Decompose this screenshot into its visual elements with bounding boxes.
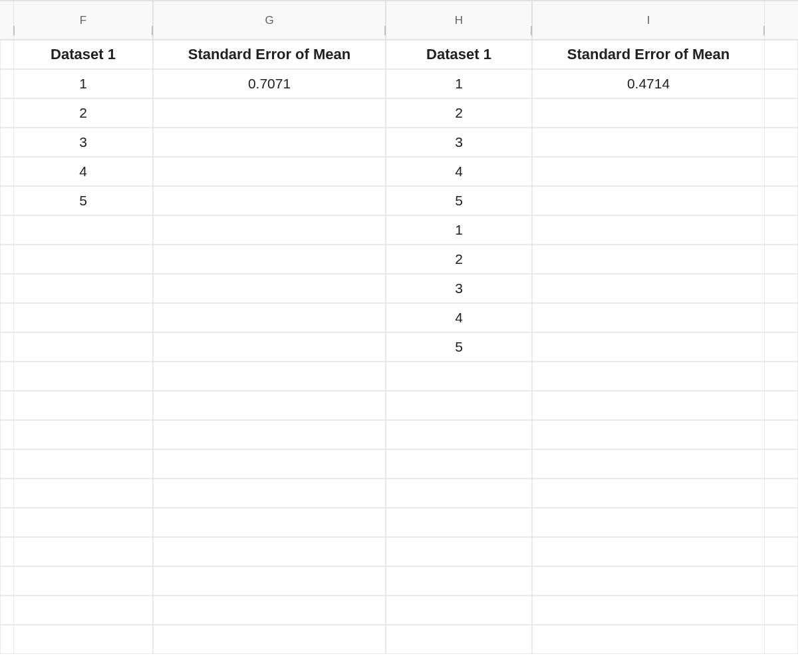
cell-H-20[interactable] <box>386 596 532 625</box>
row-gutter <box>0 186 13 215</box>
column-header-I[interactable]: I <box>532 0 765 40</box>
cell-I-12[interactable] <box>532 362 765 391</box>
cell-F-20[interactable] <box>13 596 153 625</box>
cell-G-5[interactable] <box>153 157 386 186</box>
cell-H-6[interactable]: 5 <box>386 186 532 215</box>
cell-I-5[interactable] <box>532 157 765 186</box>
cell-I-16[interactable] <box>532 479 765 508</box>
row-gutter <box>765 98 798 128</box>
column-header-H[interactable]: H <box>386 0 532 40</box>
column-header-G[interactable]: G <box>153 0 386 40</box>
cell-F-10[interactable] <box>13 303 153 332</box>
column-header-F[interactable]: F <box>13 0 153 40</box>
table-header-G[interactable]: Standard Error of Mean <box>153 40 386 69</box>
cell-F-16[interactable] <box>13 479 153 508</box>
row-gutter <box>765 69 798 98</box>
cell-F-13[interactable] <box>13 391 153 420</box>
cell-H-12[interactable] <box>386 362 532 391</box>
cell-F-7[interactable] <box>13 215 153 245</box>
cell-F-17[interactable] <box>13 508 153 537</box>
cell-H-10[interactable]: 4 <box>386 303 532 332</box>
cell-G-19[interactable] <box>153 566 386 596</box>
cell-G-3[interactable] <box>153 98 386 128</box>
cell-H-2[interactable]: 1 <box>386 69 532 98</box>
row-gutter <box>0 420 13 449</box>
cell-G-10[interactable] <box>153 303 386 332</box>
cell-F-3[interactable]: 2 <box>13 98 153 128</box>
cell-G-11[interactable] <box>153 332 386 362</box>
cell-F-14[interactable] <box>13 420 153 449</box>
cell-I-8[interactable] <box>532 245 765 274</box>
cell-H-5[interactable]: 4 <box>386 157 532 186</box>
cell-F-12[interactable] <box>13 362 153 391</box>
table-header-I[interactable]: Standard Error of Mean <box>532 40 765 69</box>
cell-H-19[interactable] <box>386 566 532 596</box>
row-gutter <box>765 186 798 215</box>
row-gutter <box>765 479 798 508</box>
cell-H-9[interactable]: 3 <box>386 274 532 303</box>
cell-G-2[interactable]: 0.7071 <box>153 69 386 98</box>
cell-F-5[interactable]: 4 <box>13 157 153 186</box>
cell-H-14[interactable] <box>386 420 532 449</box>
cell-G-4[interactable] <box>153 128 386 157</box>
cell-I-13[interactable] <box>532 391 765 420</box>
cell-H-21[interactable] <box>386 625 532 654</box>
cell-I-19[interactable] <box>532 566 765 596</box>
cell-G-16[interactable] <box>153 479 386 508</box>
cell-G-12[interactable] <box>153 362 386 391</box>
cell-I-21[interactable] <box>532 625 765 654</box>
cell-I-17[interactable] <box>532 508 765 537</box>
cell-G-21[interactable] <box>153 625 386 654</box>
cell-H-18[interactable] <box>386 537 532 566</box>
cell-G-18[interactable] <box>153 537 386 566</box>
cell-I-2[interactable]: 0.4714 <box>532 69 765 98</box>
cell-G-9[interactable] <box>153 274 386 303</box>
cell-F-15[interactable] <box>13 449 153 479</box>
table-header-H[interactable]: Dataset 1 <box>386 40 532 69</box>
cell-I-4[interactable] <box>532 128 765 157</box>
cell-H-3[interactable]: 2 <box>386 98 532 128</box>
spreadsheet-grid[interactable]: FGHIDataset 1Standard Error of MeanDatas… <box>0 0 812 654</box>
cell-F-21[interactable] <box>13 625 153 654</box>
cell-G-7[interactable] <box>153 215 386 245</box>
row-gutter <box>0 391 13 420</box>
table-header-F[interactable]: Dataset 1 <box>13 40 153 69</box>
row-gutter <box>765 391 798 420</box>
cell-F-4[interactable]: 3 <box>13 128 153 157</box>
cell-F-18[interactable] <box>13 537 153 566</box>
cell-I-7[interactable] <box>532 215 765 245</box>
cell-I-18[interactable] <box>532 537 765 566</box>
cell-I-6[interactable] <box>532 186 765 215</box>
cell-G-15[interactable] <box>153 449 386 479</box>
cell-G-13[interactable] <box>153 391 386 420</box>
cell-G-17[interactable] <box>153 508 386 537</box>
cell-F-8[interactable] <box>13 245 153 274</box>
cell-G-20[interactable] <box>153 596 386 625</box>
cell-I-3[interactable] <box>532 98 765 128</box>
cell-H-7[interactable]: 1 <box>386 215 532 245</box>
row-gutter <box>0 98 13 128</box>
cell-I-10[interactable] <box>532 303 765 332</box>
cell-H-15[interactable] <box>386 449 532 479</box>
cell-F-2[interactable]: 1 <box>13 69 153 98</box>
cell-F-19[interactable] <box>13 566 153 596</box>
cell-H-17[interactable] <box>386 508 532 537</box>
row-gutter <box>0 40 13 69</box>
cell-I-20[interactable] <box>532 596 765 625</box>
cell-H-8[interactable]: 2 <box>386 245 532 274</box>
row-gutter <box>765 537 798 566</box>
cell-F-11[interactable] <box>13 332 153 362</box>
cell-H-11[interactable]: 5 <box>386 332 532 362</box>
cell-I-15[interactable] <box>532 449 765 479</box>
cell-G-6[interactable] <box>153 186 386 215</box>
cell-I-11[interactable] <box>532 332 765 362</box>
cell-G-8[interactable] <box>153 245 386 274</box>
cell-H-13[interactable] <box>386 391 532 420</box>
cell-G-14[interactable] <box>153 420 386 449</box>
cell-F-9[interactable] <box>13 274 153 303</box>
cell-H-16[interactable] <box>386 479 532 508</box>
cell-I-14[interactable] <box>532 420 765 449</box>
cell-I-9[interactable] <box>532 274 765 303</box>
cell-H-4[interactable]: 3 <box>386 128 532 157</box>
cell-F-6[interactable]: 5 <box>13 186 153 215</box>
